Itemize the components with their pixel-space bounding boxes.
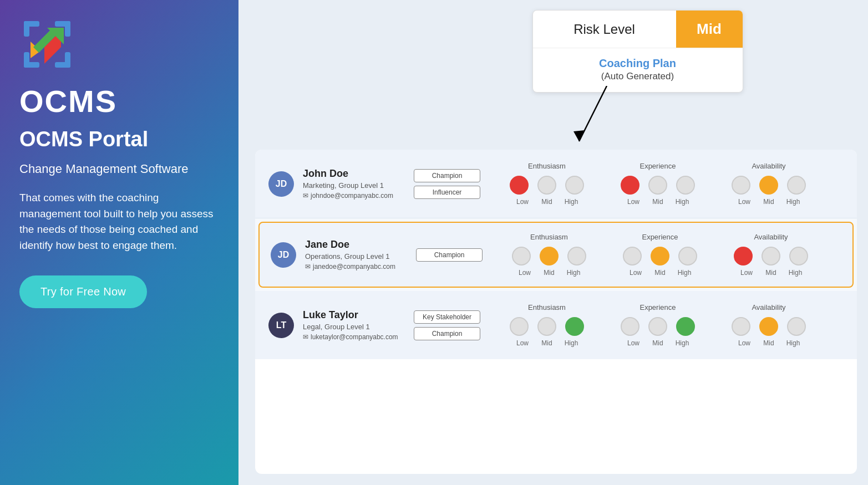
experience-jane: Experience Low Mid High [605, 233, 715, 277]
right-panel: Risk Level Mid Coaching Plan (Auto Gener… [238, 0, 868, 485]
experience-label-john: Experience [639, 162, 676, 170]
portal-title: OCMS Portal [19, 128, 148, 151]
availability-mid-dot-luke [759, 317, 778, 336]
availability-low-dot-luke [732, 317, 750, 336]
person-info-john: John Doe Marketing, Group Level 1 ✉ john… [303, 168, 414, 200]
svg-rect-3 [65, 21, 70, 37]
person-dept-jane: Operations, Group Level 1 [305, 252, 416, 261]
person-dept-luke: Legal, Group Level 1 [303, 323, 414, 331]
person-email-john: ✉ johndoe@companyabc.com [303, 192, 414, 200]
metrics-jane: Enthusiasm Low Mid High Experience [494, 233, 841, 277]
avatar-jane: JD [271, 242, 296, 268]
experience-labels-jane: Low Mid High [626, 269, 694, 277]
availability-dots-luke [732, 317, 806, 336]
experience-low-dot-john [621, 176, 639, 195]
coaching-plan-title: Coaching Plan [544, 57, 732, 70]
risk-value: Mid [676, 11, 743, 48]
availability-low-dot-jane [734, 247, 753, 266]
table-area: JD John Doe Marketing, Group Level 1 ✉ j… [255, 150, 857, 474]
availability-dots-jane [734, 247, 808, 266]
email-icon-jane: ✉ [305, 263, 311, 270]
metrics-luke: Enthusiasm Low Mid High Experience [491, 303, 844, 347]
availability-dots-john [732, 176, 806, 195]
person-name-john: John Doe [303, 168, 414, 180]
description: That comes with the coaching management … [19, 190, 219, 253]
experience-low-dot-jane [623, 247, 642, 266]
badge-champion-john: Champion [414, 169, 480, 182]
availability-mid-dot-john [759, 176, 778, 195]
experience-mid-dot-luke [648, 317, 667, 336]
risk-card: Risk Level Mid Coaching Plan (Auto Gener… [532, 10, 743, 93]
svg-rect-5 [24, 52, 29, 68]
person-email-jane: ✉ janedoe@companyabc.com [305, 263, 416, 270]
person-row-john: JD John Doe Marketing, Group Level 1 ✉ j… [255, 150, 857, 218]
svg-rect-1 [24, 21, 29, 37]
person-info-luke: Luke Taylor Legal, Group Level 1 ✉ luket… [303, 309, 414, 341]
enthusiasm-labels-luke: Low Mid High [513, 339, 581, 347]
availability-label-jane: Availability [754, 233, 788, 241]
left-panel: OCMS OCMS Portal Change Management Softw… [0, 0, 238, 485]
badges-luke: Key Stakeholder Champion [414, 310, 480, 340]
enthusiasm-label-john: Enthusiasm [528, 162, 566, 170]
enthusiasm-labels-john: Low Mid High [513, 198, 581, 206]
badge-champion-luke: Champion [414, 327, 480, 340]
experience-mid-dot-jane [651, 247, 669, 266]
enthusiasm-low-dot-jane [512, 247, 531, 266]
experience-label-jane: Experience [642, 233, 678, 241]
experience-low-dot-luke [621, 317, 639, 336]
availability-labels-luke: Low Mid High [735, 339, 803, 347]
experience-labels-luke: Low Mid High [624, 339, 692, 347]
enthusiasm-dots-jane [512, 247, 586, 266]
experience-high-dot-john [676, 176, 695, 195]
badge-champion-jane: Champion [416, 248, 483, 262]
enthusiasm-low-dot-john [510, 176, 529, 195]
experience-dots-jane [623, 247, 697, 266]
ocms-logo-icon [19, 17, 75, 72]
experience-label-luke: Experience [639, 303, 676, 312]
enthusiasm-john: Enthusiasm Low Mid High [491, 162, 602, 206]
enthusiasm-low-dot-luke [510, 317, 529, 336]
enthusiasm-dots-john [510, 176, 584, 195]
svg-marker-12 [573, 130, 585, 141]
svg-rect-7 [65, 52, 70, 68]
availability-high-dot-john [787, 176, 806, 195]
availability-luke: Availability Low Mid High [713, 303, 824, 347]
experience-high-dot-luke [676, 317, 695, 336]
risk-label: Risk Level [533, 11, 676, 48]
enthusiasm-high-dot-john [565, 176, 584, 195]
enthusiasm-mid-dot-jane [540, 247, 559, 266]
person-row-jane: JD Jane Doe Operations, Group Level 1 ✉ … [258, 222, 854, 288]
metrics-john: Enthusiasm Low Mid High Experience [491, 162, 844, 206]
availability-jane: Availability Low Mid High [715, 233, 826, 277]
email-icon-john: ✉ [303, 192, 308, 200]
person-email-luke: ✉ luketaylor@companyabc.com [303, 333, 414, 341]
availability-labels-jane: Low Mid High [737, 269, 805, 277]
experience-dots-luke [621, 317, 695, 336]
availability-labels-john: Low Mid High [735, 198, 803, 206]
enthusiasm-mid-dot-luke [537, 317, 556, 336]
availability-label-luke: Availability [752, 303, 785, 312]
person-name-jane: Jane Doe [305, 239, 416, 251]
person-dept-john: Marketing, Group Level 1 [303, 181, 414, 190]
risk-card-top: Risk Level Mid [533, 11, 743, 48]
badges-jane: Champion [416, 248, 483, 262]
experience-mid-dot-john [648, 176, 667, 195]
badge-influencer-john: Influencer [414, 186, 480, 199]
enthusiasm-labels-jane: Low Mid High [515, 269, 583, 277]
experience-dots-john [621, 176, 695, 195]
enthusiasm-label-luke: Enthusiasm [528, 303, 566, 312]
risk-card-bottom: Coaching Plan (Auto Generated) [533, 48, 743, 92]
email-icon-luke: ✉ [303, 333, 308, 341]
badges-john: Champion Influencer [414, 169, 480, 199]
availability-low-dot-john [732, 176, 750, 195]
badge-keystakeholder-luke: Key Stakeholder [414, 310, 480, 324]
availability-high-dot-jane [789, 247, 808, 266]
availability-john: Availability Low Mid High [713, 162, 824, 206]
ocms-name: OCMS [19, 86, 117, 117]
experience-luke: Experience Low Mid High [602, 303, 713, 347]
availability-mid-dot-jane [762, 247, 780, 266]
try-free-button[interactable]: Try for Free Now [19, 275, 147, 308]
avatar-john: JD [268, 171, 294, 197]
enthusiasm-high-dot-luke [565, 317, 584, 336]
experience-high-dot-jane [678, 247, 697, 266]
